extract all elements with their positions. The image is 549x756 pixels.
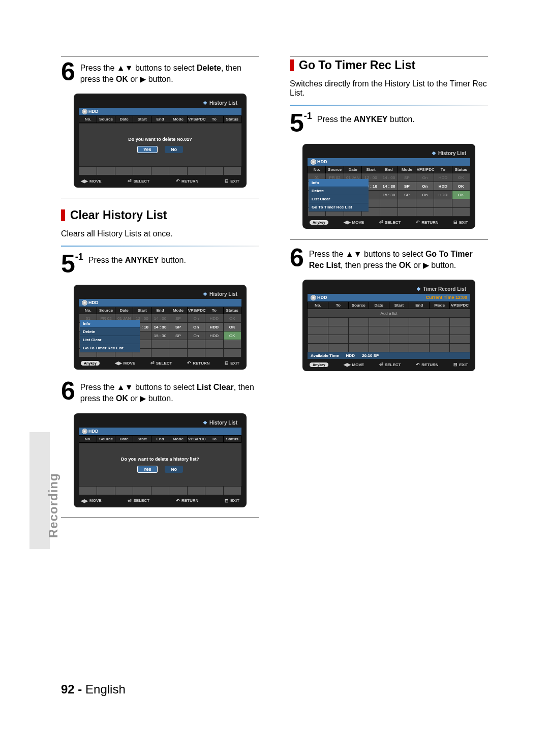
osd-title: History List bbox=[209, 420, 237, 426]
add-a-list[interactable]: Add a list bbox=[308, 309, 470, 318]
osd-title: History List bbox=[209, 100, 237, 106]
divider bbox=[61, 518, 259, 518]
step-6-delete: 6 Press the ▲▼ buttons to select Delete,… bbox=[61, 61, 259, 84]
anykey-popup[interactable]: Info Delete List Clear Go To Timer Rec L… bbox=[309, 179, 369, 211]
popup-item-list-clear[interactable]: List Clear bbox=[309, 195, 369, 203]
step-number: 6 bbox=[61, 380, 75, 403]
step-number: 5-1 bbox=[290, 112, 312, 135]
divider bbox=[290, 56, 488, 56]
page-number: 92 - English bbox=[61, 682, 126, 697]
step-6-listclear: 6 Press the ▲▼ buttons to select List Cl… bbox=[61, 380, 259, 404]
anykey-popup[interactable]: Info Delete List Clear Go To Timer Rec L… bbox=[80, 320, 140, 352]
step-text: Press the ▲▼ buttons to select Go To Tim… bbox=[309, 247, 488, 270]
no-button[interactable]: No bbox=[165, 146, 183, 153]
step-6-goto: 6 Press the ▲▼ buttons to select Go To T… bbox=[290, 247, 488, 270]
osd-title: Timer Record List bbox=[423, 286, 466, 292]
osd-footer: ◀▶MOVE ⏎SELECT ↶RETURN ⊟EXIT bbox=[79, 175, 241, 185]
osd-clear-dialog: ❖History List HDD No.SourceDate StartEnd… bbox=[74, 413, 247, 507]
step-5-1-anykey-left: 5-1 Press the ANYKEY button. bbox=[61, 253, 259, 276]
dialog-question: Do you want to delete a history list? bbox=[121, 457, 199, 462]
popup-item-goto-timer[interactable]: Go To Timer Rec List bbox=[80, 344, 140, 352]
step-5-1-anykey-right: 5-1 Press the ANYKEY button. bbox=[290, 112, 488, 135]
osd-footer: Anykey ◀▶MOVE ⏎SELECT ↶RETURN ⊟EXIT bbox=[308, 359, 470, 368]
hdd-label: HDD bbox=[88, 109, 99, 114]
osd-footer: ◀▶MOVE ⏎SELECT ↶RETURN ⊟EXIT bbox=[79, 495, 241, 504]
step-number: 6 bbox=[61, 61, 75, 83]
osd-title: History List bbox=[438, 150, 466, 156]
divider bbox=[61, 198, 259, 198]
goto-timer-title: Go To Timer Rec List bbox=[290, 58, 488, 72]
step-number: 5-1 bbox=[61, 253, 83, 276]
step-text: Press the ANYKEY button. bbox=[88, 253, 186, 266]
divider bbox=[290, 239, 488, 239]
step-text: Press the ▲▼ buttons to select List Clea… bbox=[80, 380, 259, 404]
osd-timer-record-list: ❖Timer Record List HDD Current Time 12:0… bbox=[302, 280, 475, 371]
step-number: 6 bbox=[290, 247, 304, 269]
available-time-row: Available Time HDD 20:10 SP bbox=[308, 352, 470, 359]
popup-item-delete[interactable]: Delete bbox=[309, 187, 369, 195]
no-button[interactable]: No bbox=[165, 466, 183, 473]
divider bbox=[61, 56, 259, 56]
gradient-divider bbox=[61, 246, 259, 247]
osd-delete-dialog: ❖History List HDD No.SourceDate StartEnd… bbox=[74, 94, 247, 188]
red-bar-icon bbox=[290, 59, 294, 71]
side-tab: Recording bbox=[29, 432, 50, 549]
osd-anykey-popup-left: ❖History List HDD No.SourceDate StartEnd… bbox=[74, 285, 247, 370]
osd-footer: Anykey ◀▶MOVE ⏎SELECT ↶RETURN ⊟EXIT bbox=[308, 217, 470, 226]
clear-history-desc: Clears all History Lists at once. bbox=[61, 229, 259, 238]
popup-item-goto-timer[interactable]: Go To Timer Rec List bbox=[309, 203, 369, 211]
current-time: Current Time 12:00 bbox=[426, 295, 467, 300]
step-text: Press the ▲▼ buttons to select Delete, t… bbox=[80, 61, 259, 84]
osd-title: History List bbox=[209, 291, 237, 297]
dialog-question: Do you want to delete No.01? bbox=[128, 137, 192, 142]
goto-timer-desc: Switches directly from the History List … bbox=[290, 79, 488, 98]
popup-item-info[interactable]: Info bbox=[309, 179, 369, 187]
popup-item-delete[interactable]: Delete bbox=[80, 328, 140, 336]
yes-button[interactable]: Yes bbox=[137, 466, 158, 473]
history-table: No.SourceDate StartEndMode VPS/PDCToStat… bbox=[79, 115, 241, 123]
timer-table: No.ToSource DateStartEnd ModeVPS/PDC Add… bbox=[308, 301, 470, 352]
osd-footer: Anykey ◀▶MOVE ⏎SELECT ↶RETURN ⊟EXIT bbox=[79, 357, 241, 367]
yes-button[interactable]: Yes bbox=[137, 146, 158, 153]
clear-history-title: Clear History List bbox=[61, 208, 259, 222]
step-text: Press the ANYKEY button. bbox=[317, 112, 415, 125]
osd-anykey-popup-right: ❖History List HDD No.SourceDate StartEnd… bbox=[302, 144, 475, 229]
popup-item-info[interactable]: Info bbox=[80, 320, 140, 328]
gradient-divider bbox=[290, 105, 488, 106]
right-column: Go To Timer Rec List Switches directly f… bbox=[290, 56, 488, 518]
red-bar-icon bbox=[61, 209, 65, 221]
popup-item-list-clear[interactable]: List Clear bbox=[80, 336, 140, 344]
left-column: 6 Press the ▲▼ buttons to select Delete,… bbox=[61, 56, 259, 518]
side-tab-label: Recording bbox=[46, 473, 60, 538]
